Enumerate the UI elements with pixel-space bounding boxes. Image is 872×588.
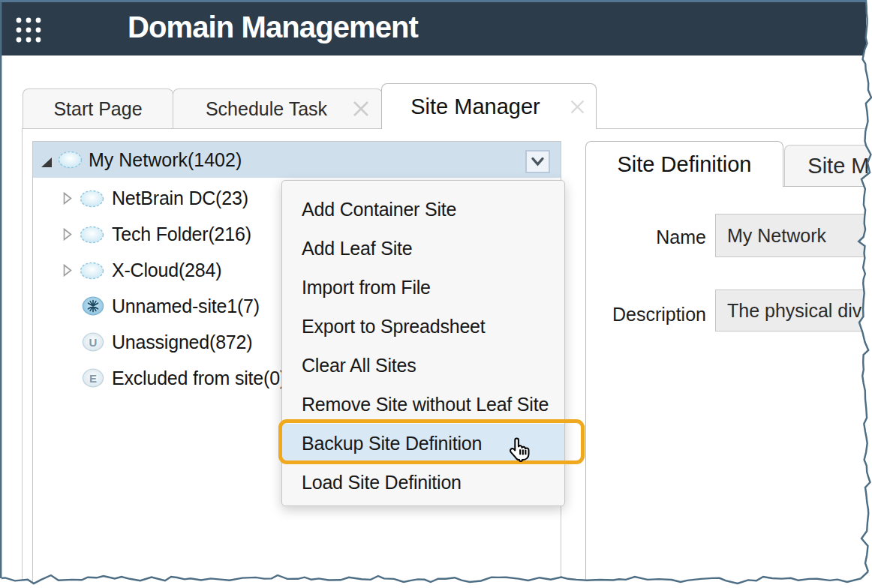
svg-text:U: U	[89, 336, 98, 349]
svg-text:E: E	[89, 372, 97, 385]
